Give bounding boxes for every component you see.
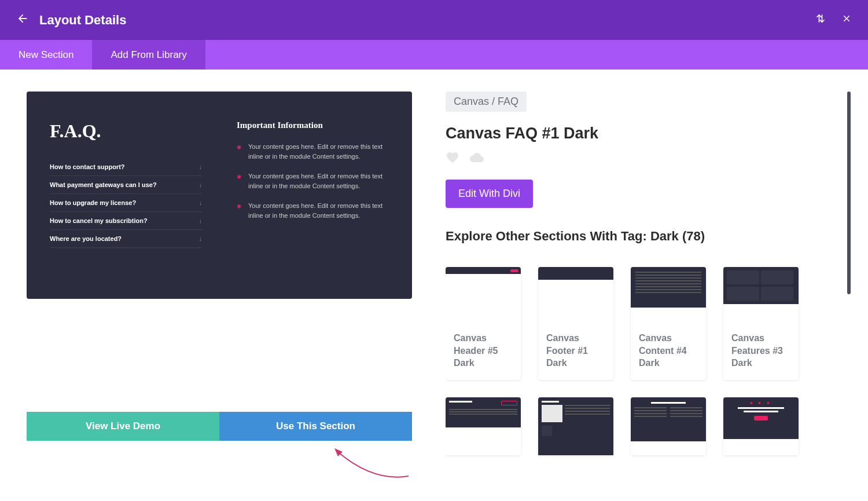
chevron-down-icon: ↓ (199, 217, 203, 224)
back-icon[interactable] (16, 12, 29, 28)
preview-faq-item: What payment gateways can I use?↓ (50, 176, 202, 194)
chevron-down-icon: ↓ (199, 235, 203, 242)
heart-icon[interactable] (446, 151, 459, 168)
use-this-section-button[interactable]: Use This Section (219, 412, 412, 441)
preview-faq-column: F.A.Q. How to contact support?↓ What pay… (50, 120, 202, 276)
faq-q: How to contact support? (50, 163, 125, 170)
header-actions (815, 13, 852, 27)
right-column: Canvas / FAQ Canvas FAQ #1 Dark Edit Wit… (446, 92, 851, 501)
layout-card[interactable]: Canvas Header #5 Dark (446, 267, 521, 380)
card-thumbnail: ✱ ✱ ✱ (723, 397, 799, 455)
card-thumbnail (538, 397, 613, 455)
meta-icons (446, 151, 851, 168)
preview-faq-item: How to upgrade my license?↓ (50, 194, 202, 212)
view-live-demo-button[interactable]: View Live Demo (27, 412, 219, 441)
info-text: Your content goes here. Edit or remove t… (248, 142, 389, 161)
chevron-down-icon: ↓ (199, 199, 203, 206)
layout-card[interactable]: Canvas Features #3 Dark (723, 267, 799, 380)
layout-title: Canvas FAQ #1 Dark (446, 125, 851, 142)
layout-card[interactable]: ✱ ✱ ✱ (723, 397, 799, 455)
sort-icon[interactable] (815, 13, 826, 27)
card-thumbnail (446, 267, 521, 325)
tab-add-from-library[interactable]: Add From Library (92, 40, 205, 70)
chevron-down-icon: ↓ (199, 181, 203, 188)
preview-faq-title: F.A.Q. (50, 120, 202, 142)
faq-q: How to upgrade my license? (50, 199, 136, 206)
layout-card[interactable] (538, 397, 613, 455)
faq-q: Where are you located? (50, 235, 122, 242)
layout-card[interactable]: Canvas Footer #1 Dark (538, 267, 613, 380)
preview-info-item: ✱Your content goes here. Edit or remove … (237, 201, 389, 220)
faq-q: How to cancel my subscribtion? (50, 217, 148, 224)
star-icon: ✱ (237, 202, 241, 220)
star-icon: ✱ (237, 173, 241, 191)
main-content: F.A.Q. How to contact support?↓ What pay… (0, 70, 868, 501)
card-label: Canvas Footer #1 Dark (538, 325, 613, 380)
preview-info-item: ✱Your content goes here. Edit or remove … (237, 171, 389, 191)
card-thumbnail (723, 267, 799, 325)
preview-faq-item: How to cancel my subscribtion?↓ (50, 212, 202, 230)
layout-card[interactable] (631, 397, 706, 455)
edit-with-divi-button[interactable]: Edit With Divi (446, 180, 533, 208)
header-left: Layout Details (16, 12, 126, 28)
star-icon: ✱ (237, 143, 241, 161)
card-label: Canvas Header #5 Dark (446, 325, 521, 380)
preview-actions: View Live Demo Use This Section (27, 412, 412, 441)
preview-faq-item: How to contact support?↓ (50, 158, 202, 176)
preview-faq-item: Where are you located?↓ (50, 230, 202, 248)
faq-q: What payment gateways can I use? (50, 181, 157, 188)
related-cards: Canvas Header #5 Dark Canvas Footer #1 D… (446, 267, 851, 455)
preview-info-title: Important Information (237, 120, 389, 130)
chevron-down-icon: ↓ (199, 163, 203, 170)
card-thumbnail (538, 267, 613, 325)
preview-whitespace (27, 299, 412, 412)
info-text: Your content goes here. Edit or remove t… (248, 201, 389, 220)
tab-new-section[interactable]: New Section (0, 40, 92, 70)
card-thumbnail (446, 397, 521, 455)
layout-card[interactable]: Canvas Content #4 Dark (631, 267, 706, 380)
explore-heading: Explore Other Sections With Tag: Dark (7… (446, 229, 851, 244)
card-thumbnail (631, 267, 706, 325)
close-icon[interactable] (841, 13, 852, 27)
tab-bar: New Section Add From Library (0, 40, 868, 70)
card-label: Canvas Content #4 Dark (631, 325, 706, 380)
scrollbar[interactable] (847, 92, 851, 294)
modal-header: Layout Details (0, 0, 868, 40)
card-thumbnail (631, 397, 706, 455)
page-title: Layout Details (39, 13, 126, 28)
card-label: Canvas Features #3 Dark (723, 325, 799, 380)
left-column: F.A.Q. How to contact support?↓ What pay… (27, 92, 412, 501)
info-text: Your content goes here. Edit or remove t… (248, 171, 389, 191)
preview-info-column: Important Information ✱Your content goes… (237, 120, 389, 276)
layout-card[interactable] (446, 397, 521, 455)
layout-preview: F.A.Q. How to contact support?↓ What pay… (27, 92, 412, 299)
breadcrumb[interactable]: Canvas / FAQ (446, 92, 527, 112)
preview-info-item: ✱Your content goes here. Edit or remove … (237, 142, 389, 161)
cloud-icon[interactable] (469, 151, 485, 168)
